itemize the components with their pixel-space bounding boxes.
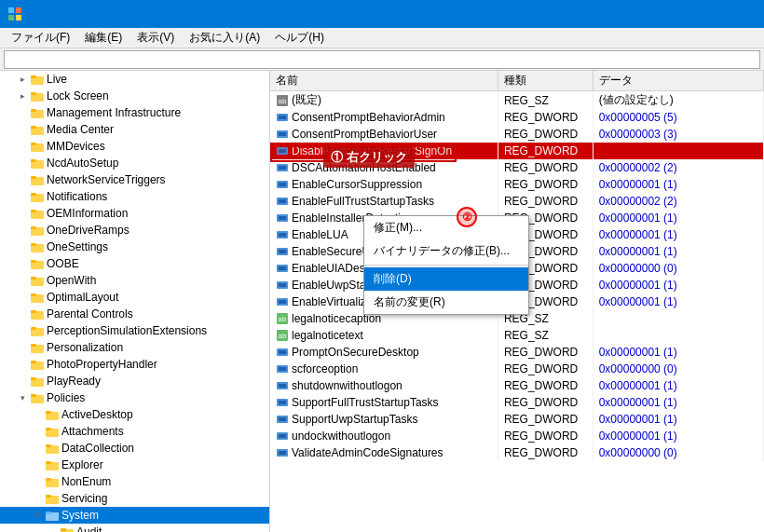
table-row[interactable]: DisableAutomaticRestartSignOnREG_DWORD	[270, 143, 764, 159]
context-menu-item-rename[interactable]: 名前の変更(R)	[364, 291, 528, 314]
registry-type-icon	[276, 144, 289, 157]
svg-rect-17	[31, 176, 36, 179]
tree-item-oeminformation[interactable]: OEMInformation	[0, 205, 269, 222]
registry-data: 0x00000001 (1)	[593, 344, 763, 361]
registry-data	[593, 310, 763, 327]
tree-toggle-icon	[15, 223, 30, 238]
tree-item-attachments[interactable]: Attachments	[0, 423, 269, 440]
tree-item-audit[interactable]: Audit	[0, 524, 269, 532]
tree-item-datacollection[interactable]: DataCollection	[0, 440, 269, 457]
registry-data	[593, 143, 763, 159]
tree-item-photopropertyhandler[interactable]: PhotoPropertyHandler	[0, 356, 269, 373]
svg-rect-39	[31, 361, 36, 363]
tree-toggle-icon	[15, 206, 30, 221]
table-row[interactable]: SupportFullTrustStartupTasksREG_DWORD0x0…	[270, 394, 764, 411]
tree-item-onesettings[interactable]: OneSettings	[0, 239, 269, 255]
tree-item-personalization[interactable]: Personalization	[0, 339, 269, 356]
table-row[interactable]: ConsentPromptBehaviorAdminREG_DWORD0x000…	[270, 109, 764, 126]
tree-item-parental-controls[interactable]: Parental Controls	[0, 306, 269, 322]
registry-type: REG_DWORD	[498, 394, 593, 411]
registry-data: 0x00000000 (0)	[593, 444, 763, 461]
tree-item-activedesktop[interactable]: ActiveDesktop	[0, 406, 269, 423]
menu-edit[interactable]: 編集(E)	[77, 28, 130, 48]
registry-tree[interactable]: ▸ Live▸ Lock Screen Management Infrastru…	[0, 71, 270, 532]
table-row[interactable]: ab(既定)REG_SZ(値の設定なし)	[270, 91, 764, 110]
tree-item-playready[interactable]: PlayReady	[0, 373, 269, 389]
folder-icon	[60, 525, 75, 532]
svg-rect-45	[46, 411, 51, 414]
svg-rect-43	[31, 394, 36, 397]
svg-rect-101	[279, 434, 286, 438]
tree-item-media-center[interactable]: Media Center	[0, 121, 269, 138]
tree-item-management-infrastructure[interactable]: Management Infrastructure	[0, 104, 269, 121]
tree-item-optimallayout[interactable]: OptimalLayout	[0, 289, 269, 306]
tree-toggle-icon	[30, 441, 45, 456]
svg-rect-15	[31, 159, 36, 162]
table-row[interactable]: ValidateAdminCodeSignaturesREG_DWORD0x00…	[270, 444, 764, 461]
svg-rect-91	[279, 350, 286, 354]
registry-type-icon	[276, 279, 289, 292]
tree-item-label: OptimalLayout	[47, 291, 118, 304]
tree-item-mmdevices[interactable]: MMDevices	[0, 138, 269, 155]
registry-type: REG_DWORD	[498, 176, 593, 193]
registry-data: (値の設定なし)	[593, 91, 763, 110]
table-row[interactable]: PromptOnSecureDesktopREG_DWORD0x00000001…	[270, 344, 764, 361]
tree-item-onedriveramps[interactable]: OneDriveRamps	[0, 222, 269, 239]
address-path[interactable]	[4, 50, 760, 69]
table-row[interactable]: scforceoptionREG_DWORD0x00000000 (0)	[270, 361, 764, 377]
maximize-button[interactable]	[671, 0, 714, 28]
svg-rect-35	[31, 327, 36, 330]
main-content: ▸ Live▸ Lock Screen Management Infrastru…	[0, 71, 764, 532]
menu-help[interactable]: ヘルプ(H)	[267, 28, 332, 48]
tree-toggle-icon	[15, 307, 30, 321]
svg-rect-19	[31, 193, 36, 196]
tree-item-policies[interactable]: ▾ Policies	[0, 389, 269, 406]
context-menu-item-modify[interactable]: 修正(M)...	[364, 216, 528, 239]
tree-item-system[interactable]: ▾ System	[0, 507, 269, 524]
tree-item-explorer[interactable]: Explorer	[0, 457, 269, 473]
table-row[interactable]: ConsentPromptBehaviorUserREG_DWORD0x0000…	[270, 126, 764, 143]
folder-icon	[30, 73, 45, 86]
svg-rect-7	[31, 92, 36, 95]
registry-type-icon	[276, 128, 289, 141]
registry-name: ValidateAdminCodeSignatures	[270, 444, 498, 461]
tree-item-openwith[interactable]: OpenWith	[0, 272, 269, 289]
svg-rect-9	[31, 109, 36, 112]
context-menu-item-delete[interactable]: 削除(D)	[364, 267, 528, 291]
svg-rect-33	[31, 310, 36, 313]
svg-rect-5	[31, 75, 36, 78]
minimize-button[interactable]	[628, 0, 671, 28]
table-row[interactable]: ablegalnoticetextREG_SZ	[270, 327, 764, 344]
tree-item-ncdautosetup[interactable]: NcdAutoSetup	[0, 155, 269, 171]
table-row[interactable]: shutdownwithoutlogonREG_DWORD0x00000001 …	[270, 377, 764, 394]
folder-icon	[30, 391, 45, 404]
tree-item-oobe[interactable]: OOBE	[0, 255, 269, 272]
tree-item-servicing[interactable]: Servicing	[0, 490, 269, 507]
table-row[interactable]: EnableCursorSuppressionREG_DWORD0x000000…	[270, 176, 764, 193]
tree-item-networkservicetriggers[interactable]: NetworkServiceTriggers	[0, 171, 269, 188]
folder-icon	[30, 224, 45, 237]
tree-item-live[interactable]: ▸ Live	[0, 71, 269, 88]
svg-rect-27	[31, 260, 36, 263]
table-row[interactable]: EnableFullTrustStartupTasksREG_DWORD0x00…	[270, 193, 764, 210]
menu-view[interactable]: 表示(V)	[130, 28, 182, 48]
tree-item-label: System	[61, 509, 99, 522]
tree-toggle-icon	[45, 525, 60, 532]
tree-item-label: Policies	[47, 391, 85, 404]
tree-item-perceptionsimulationextensions[interactable]: PerceptionSimulationExtensions	[0, 322, 269, 339]
tree-item-lock-screen[interactable]: ▸ Lock Screen	[0, 88, 269, 104]
context-menu-item-modify-binary[interactable]: バイナリデータの修正(B)...	[364, 239, 528, 263]
tree-item-notifications[interactable]: Notifications	[0, 188, 269, 205]
tree-item-label: NetworkServiceTriggers	[47, 173, 166, 186]
registry-type-icon	[276, 413, 289, 426]
close-button[interactable]	[714, 0, 757, 28]
svg-text:ab: ab	[279, 315, 287, 323]
menu-file[interactable]: ファイル(F)	[4, 28, 77, 48]
registry-type-icon	[276, 161, 289, 174]
tree-item-nonenum[interactable]: NonEnum	[0, 473, 269, 490]
table-row[interactable]: SupportUwpStartupTasksREG_DWORD0x0000000…	[270, 411, 764, 428]
table-row[interactable]: undockwithoutlogonREG_DWORD0x00000001 (1…	[270, 428, 764, 444]
registry-data: 0x00000002 (2)	[593, 159, 763, 176]
table-row[interactable]: DSCAutomationHostEnabledREG_DWORD0x00000…	[270, 159, 764, 176]
menu-favorites[interactable]: お気に入り(A)	[182, 28, 267, 48]
